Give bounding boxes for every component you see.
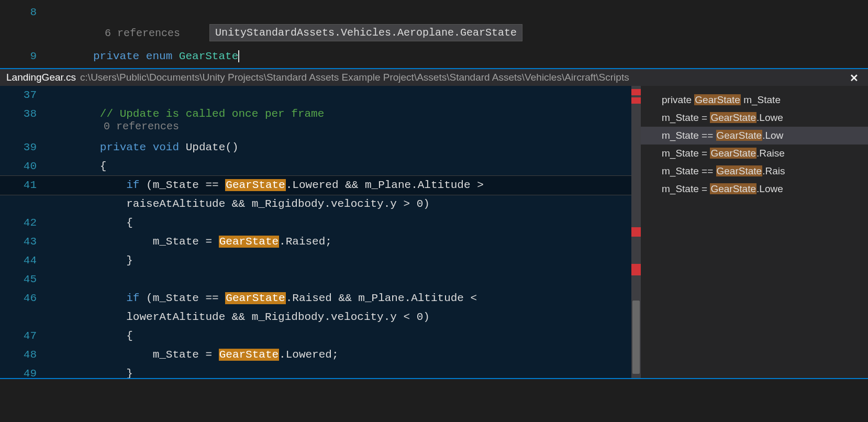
vertical-scrollbar[interactable]	[631, 86, 641, 379]
line-number: 46	[0, 289, 47, 308]
code-editor[interactable]: 37 38 // Update is called once per frame…	[0, 86, 641, 379]
line-number: 47	[0, 327, 47, 346]
keyword: enum	[146, 50, 172, 62]
reference-item[interactable]: private GearState m_State	[641, 91, 868, 109]
code-line[interactable]: }	[47, 364, 133, 379]
search-match: GearState	[225, 179, 285, 191]
line-number: 49	[0, 364, 47, 379]
pane-divider	[0, 378, 868, 379]
scroll-marker	[631, 89, 641, 95]
code-line[interactable]: private void Update()	[47, 138, 239, 157]
reference-item[interactable]: m_State = GearState.Raise	[641, 145, 868, 162]
definition-peek-pane: 8 6 references UnityStandardAssets.Vehic…	[0, 0, 868, 68]
line-number: 43	[0, 232, 47, 251]
line-number: 45	[0, 270, 47, 289]
code-line[interactable]: if (m_State == GearState.Lowered && m_Pl…	[47, 176, 490, 195]
search-match: GearState	[219, 349, 279, 361]
code-line[interactable]: m_State = GearState.Raised;	[47, 232, 332, 251]
reference-item[interactable]: m_State = GearState.Lowe	[641, 109, 868, 127]
codelens-references[interactable]: 6 references	[105, 27, 180, 39]
line-number: 42	[0, 214, 47, 232]
comment: // Update is called once per frame	[100, 108, 324, 120]
search-match: GearState	[225, 292, 285, 304]
line-number: 41	[0, 176, 47, 195]
symbol-tooltip: UnityStandardAssets.Vehicles.Aeroplane.G…	[209, 24, 522, 41]
type-name: GearState	[179, 50, 239, 62]
scroll-marker	[631, 97, 641, 104]
reference-item[interactable]: m_State == GearState.Rais	[641, 162, 868, 180]
line-number: 39	[0, 138, 47, 157]
references-list: private GearState m_State m_State = Gear…	[641, 86, 868, 379]
code-line[interactable]: {	[47, 327, 133, 346]
code-line[interactable]: }	[47, 251, 133, 270]
code-line[interactable]: private enum GearState	[47, 47, 239, 66]
search-match: GearState	[219, 236, 279, 248]
line-number: 48	[0, 346, 47, 364]
line-number: 9	[0, 47, 47, 66]
scroll-marker	[631, 264, 641, 275]
keyword: private	[93, 50, 139, 62]
code-line[interactable]: raiseAtAltitude && m_Rigidbody.velocity.…	[47, 195, 430, 214]
reference-item[interactable]: m_State == GearState.Low	[641, 127, 868, 145]
close-icon[interactable]: ✕	[850, 72, 859, 84]
code-line[interactable]: if (m_State == GearState.Raised && m_Pla…	[47, 289, 484, 308]
line-number: 44	[0, 251, 47, 270]
line-number: 38	[0, 105, 47, 124]
line-number: 8	[0, 3, 47, 22]
code-line[interactable]: {	[47, 157, 106, 176]
scroll-thumb[interactable]	[632, 301, 640, 374]
code-line[interactable]: // Update is called once per frame	[47, 105, 324, 124]
file-path: c:\Users\Public\Documents\Unity Projects…	[80, 72, 629, 83]
file-name: LandingGear.cs	[6, 72, 76, 83]
codelens-references[interactable]: 0 references	[104, 120, 179, 132]
code-line[interactable]: {	[47, 214, 133, 232]
peek-file-header: LandingGear.cs c:\Users\Public\Documents…	[0, 69, 868, 86]
line-number: 37	[0, 86, 47, 105]
reference-item[interactable]: m_State = GearState.Lowe	[641, 180, 868, 198]
peek-body: 37 38 // Update is called once per frame…	[0, 86, 868, 379]
code-line[interactable]: m_State = GearState.Lowered;	[47, 346, 339, 364]
line-number: 40	[0, 157, 47, 176]
code-line[interactable]: lowerAtAltitude && m_Rigidbody.velocity.…	[47, 308, 430, 327]
scroll-marker	[631, 227, 641, 237]
